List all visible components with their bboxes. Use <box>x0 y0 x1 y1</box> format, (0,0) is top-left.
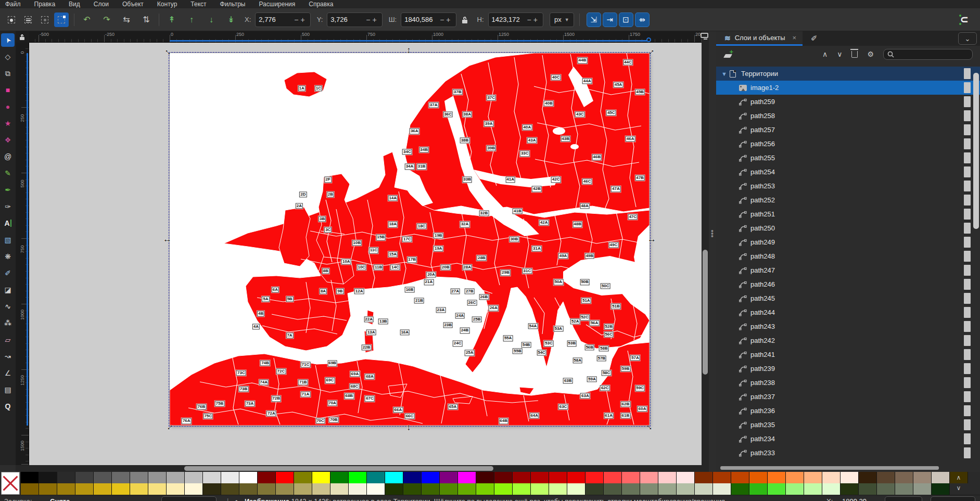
row-visibility-toggle[interactable] <box>964 293 971 304</box>
color-swatch[interactable] <box>39 483 57 495</box>
menu-item[interactable]: Вид <box>69 1 80 8</box>
snap-controls-button[interactable]: ∪ <box>957 12 973 28</box>
layer-row[interactable]: ▼ path239 <box>716 362 980 376</box>
layer-row[interactable]: ▼ path237 <box>716 390 980 404</box>
color-swatch[interactable] <box>185 472 203 483</box>
color-swatch[interactable] <box>749 472 768 483</box>
color-swatch[interactable] <box>440 483 458 495</box>
menu-item[interactable]: Контур <box>157 1 177 8</box>
color-swatch[interactable] <box>859 483 877 495</box>
color-swatch[interactable] <box>549 472 567 483</box>
row-visibility-toggle[interactable] <box>964 124 971 135</box>
scale-handle-top[interactable] <box>406 46 411 55</box>
row-visibility-toggle[interactable] <box>964 138 971 149</box>
color-swatch[interactable] <box>586 483 604 495</box>
menu-item[interactable]: Фильтры <box>220 1 246 8</box>
color-swatch[interactable] <box>494 483 513 495</box>
pen-tool[interactable]: ✒ <box>1 183 15 197</box>
color-swatch[interactable] <box>677 483 695 495</box>
color-swatch[interactable] <box>112 472 130 483</box>
color-swatch[interactable] <box>895 472 913 483</box>
row-visibility-toggle[interactable] <box>964 96 971 107</box>
color-swatch[interactable] <box>39 472 57 483</box>
color-swatch[interactable] <box>622 483 640 495</box>
scale-handle-bottom[interactable] <box>406 423 411 432</box>
color-swatch[interactable] <box>895 483 913 495</box>
color-swatch[interactable] <box>586 472 604 483</box>
color-swatch[interactable] <box>640 483 658 495</box>
spray-tool[interactable]: ⁂ <box>1 316 15 330</box>
color-swatch[interactable] <box>932 483 950 495</box>
selector-tool[interactable]: ➤ <box>1 33 15 47</box>
color-swatch[interactable] <box>804 472 822 483</box>
color-swatch[interactable] <box>130 472 148 483</box>
flip-horizontal-button[interactable]: ⇆ <box>119 12 134 27</box>
scale-gradients-toggle[interactable]: ⊡ <box>619 12 633 27</box>
panel-vertical-scrollbar[interactable] <box>973 68 979 463</box>
color-swatch[interactable] <box>822 472 841 483</box>
color-swatch[interactable] <box>349 472 367 483</box>
layer-row[interactable]: ▼ path233 <box>716 446 980 460</box>
layer-row[interactable]: ▼ path243 <box>716 319 980 333</box>
canvas-horizontal-scrollbar[interactable] <box>16 465 709 472</box>
color-swatch[interactable] <box>148 483 167 495</box>
color-swatch[interactable] <box>94 483 112 495</box>
menu-item[interactable]: Объект <box>122 1 144 8</box>
color-swatch[interactable] <box>75 472 94 483</box>
menu-item[interactable]: Правка <box>34 1 56 8</box>
row-visibility-toggle[interactable] <box>964 181 971 191</box>
color-swatch[interactable] <box>239 483 258 495</box>
no-color-swatch[interactable] <box>1 472 20 495</box>
color-swatch[interactable] <box>658 483 677 495</box>
layer-row[interactable]: ▼ path247 <box>716 263 980 277</box>
layer-row[interactable]: ▼ path241 <box>716 348 980 362</box>
move-up-button[interactable]: ∧ <box>822 50 828 58</box>
layer-row[interactable]: ▼ path255 <box>716 151 980 165</box>
color-swatch[interactable] <box>841 472 859 483</box>
menu-item[interactable]: Файл <box>5 1 21 8</box>
color-swatch[interactable] <box>786 472 804 483</box>
color-swatch[interactable] <box>167 472 185 483</box>
flip-vertical-button[interactable]: ⇅ <box>139 12 154 27</box>
color-swatch[interactable] <box>258 483 276 495</box>
width-spinner[interactable]: −+ <box>440 16 452 24</box>
selection-box-toggle[interactable] <box>54 12 69 27</box>
color-swatch[interactable] <box>822 483 841 495</box>
color-swatch[interactable] <box>75 483 94 495</box>
scale-handle-left[interactable] <box>163 235 172 243</box>
row-visibility-toggle[interactable] <box>964 251 971 262</box>
layer-row[interactable]: ▼ path252 <box>716 193 980 207</box>
desk-icon[interactable] <box>701 33 710 41</box>
color-swatch[interactable] <box>749 483 768 495</box>
move-down-button[interactable]: ∨ <box>837 50 842 58</box>
color-swatch[interactable] <box>567 483 586 495</box>
color-swatch[interactable] <box>695 483 713 495</box>
width-field-value[interactable]: 1840,586 <box>404 16 438 23</box>
text-tool[interactable]: A <box>1 216 15 230</box>
menu-item[interactable]: Слои <box>94 1 109 8</box>
palette-scroll-down-button[interactable]: ∨ <box>953 483 964 493</box>
row-visibility-toggle[interactable] <box>964 265 971 276</box>
y-field-value[interactable]: 3,726 <box>330 16 364 23</box>
zoom-tool[interactable]: Q <box>1 400 15 413</box>
color-swatch[interactable] <box>677 472 695 483</box>
scale-patterns-toggle[interactable]: ⇻ <box>635 12 650 27</box>
row-visibility-toggle[interactable] <box>964 391 971 402</box>
row-visibility-toggle[interactable] <box>964 321 971 332</box>
color-swatch[interactable] <box>731 472 749 483</box>
color-swatch[interactable] <box>221 472 239 483</box>
row-visibility-toggle[interactable] <box>964 363 971 374</box>
shape-builder-tool[interactable]: ⧉ <box>1 67 15 80</box>
layer-row[interactable]: ▼ path256 <box>716 137 980 151</box>
expander-triangle-icon[interactable]: ▼ <box>721 71 730 77</box>
menu-item[interactable]: Текст <box>190 1 206 8</box>
document-page[interactable]: 1A1C44B44C40C44A45A45B37B37C37A36C38A40B… <box>170 53 650 426</box>
ellipse-tool[interactable]: ● <box>1 100 15 113</box>
color-swatch[interactable] <box>403 483 422 495</box>
color-swatch[interactable] <box>567 472 586 483</box>
search-input[interactable] <box>883 49 973 60</box>
color-swatch[interactable] <box>185 483 203 495</box>
color-swatch[interactable] <box>604 472 622 483</box>
color-swatch[interactable] <box>913 472 932 483</box>
color-swatch[interactable] <box>713 472 731 483</box>
